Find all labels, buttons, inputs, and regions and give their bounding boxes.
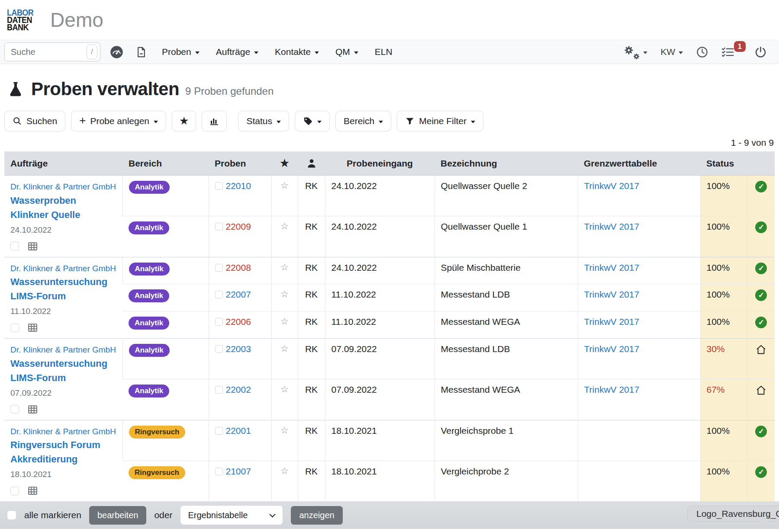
grenzwert-link[interactable]: TrinkwV 2017 [584, 317, 640, 327]
status-icon-cell: ✓ [747, 420, 775, 461]
document-icon[interactable] [135, 46, 147, 58]
bereich-badge: Analytik [129, 344, 170, 357]
download-filename-tooltip: Logo_Ravensburg_Gae [687, 506, 779, 522]
favorite-star-icon[interactable]: ☆ [280, 466, 289, 476]
search-button[interactable]: Suchen [4, 111, 65, 131]
favorite-star-icon[interactable]: ☆ [280, 316, 289, 326]
status-ok-icon: ✓ [755, 181, 767, 192]
page-title: Proben verwalten [31, 79, 179, 99]
settings-menu[interactable] [624, 45, 647, 59]
order-title-link[interactable]: Wasserproben [10, 193, 116, 208]
favorite-star-icon[interactable]: ☆ [280, 425, 289, 435]
bereich-badge: Analytik [129, 181, 170, 194]
grenzwert-link[interactable]: TrinkwV 2017 [584, 221, 640, 231]
order-title-link[interactable]: LIMS-Forum [10, 371, 116, 385]
sample-link[interactable]: 22007 [226, 289, 251, 300]
sample-checkbox[interactable] [215, 291, 223, 298]
order-title-link[interactable]: Wasseruntersuchung [10, 275, 116, 289]
order-title-link[interactable]: Wasseruntersuchung [10, 356, 116, 371]
show-button[interactable]: anzeigen [291, 506, 342, 525]
col-probeneingang: Probeneingang [325, 151, 435, 176]
sample-link[interactable]: 22008 [226, 263, 251, 273]
grenzwert-link[interactable]: TrinkwV 2017 [584, 263, 640, 272]
sample-checkbox[interactable] [215, 386, 223, 394]
dashboard-icon[interactable] [110, 45, 123, 59]
tags-button[interactable] [295, 111, 330, 131]
sample-link[interactable]: 22003 [226, 344, 251, 354]
grenzwert-link[interactable]: TrinkwV 2017 [584, 344, 640, 354]
sample-link[interactable]: 22006 [226, 317, 251, 327]
order-customer-link[interactable]: Dr. Klinkner & Partner GmbH [10, 263, 116, 275]
order-title-link[interactable]: Klinkner Quelle [10, 208, 116, 222]
menu-eln[interactable]: ELN [375, 47, 393, 57]
create-sample-button[interactable]: + Probe anlegen [71, 111, 166, 131]
status-ok-icon: ✓ [755, 221, 767, 233]
grenzwert-link[interactable]: TrinkwV 2017 [584, 289, 640, 299]
grenzwert-link[interactable]: TrinkwV 2017 [584, 181, 640, 191]
favorites-button[interactable]: ★ [172, 111, 196, 131]
sample-link[interactable]: 22009 [226, 221, 251, 232]
history-clock-icon[interactable] [696, 46, 708, 58]
status-filter-button[interactable]: Status [238, 111, 289, 131]
tasks-checklist-icon[interactable]: 1 [721, 46, 734, 58]
sample-checkbox[interactable] [215, 264, 223, 272]
sample-link[interactable]: 22010 [226, 181, 251, 191]
user-menu[interactable]: KW [660, 47, 683, 57]
order-customer-link[interactable]: Dr. Klinkner & Partner GmbH [10, 181, 116, 193]
favorite-star-icon[interactable]: ☆ [280, 343, 289, 353]
favorite-star-icon[interactable]: ☆ [280, 384, 289, 394]
search-input[interactable] [4, 42, 100, 61]
labordatenbank-logo[interactable]: LABOR DATEN BANK [7, 9, 33, 31]
menu-auftraege[interactable]: Aufträge [216, 47, 258, 57]
order-customer-link[interactable]: Dr. Klinkner & Partner GmbH [10, 344, 116, 356]
menu-kontakte[interactable]: Kontakte [275, 47, 319, 57]
sample-link[interactable]: 22001 [226, 426, 251, 436]
sample-link[interactable]: 22002 [226, 385, 251, 395]
chevron-down-icon [317, 121, 322, 123]
logout-power-icon[interactable] [754, 46, 767, 58]
favorite-star-icon[interactable]: ☆ [280, 180, 289, 190]
bereich-filter-button[interactable]: Bereich [335, 111, 391, 131]
favorite-star-icon[interactable]: ☆ [280, 262, 289, 272]
order-checkbox[interactable] [10, 487, 19, 495]
sample-checkbox[interactable] [215, 468, 223, 475]
order-customer-link[interactable]: Dr. Klinkner & Partner GmbH [10, 426, 116, 438]
sample-checkbox[interactable] [215, 182, 223, 190]
sample-checkbox[interactable] [215, 318, 223, 326]
order-checkbox[interactable] [10, 324, 19, 332]
order-checkbox[interactable] [10, 405, 19, 413]
chart-button[interactable] [202, 111, 227, 131]
status-percent: 100% [700, 461, 747, 501]
bereich-badge: Ringversuch [129, 466, 185, 479]
bar-chart-icon [209, 116, 219, 126]
sample-checkbox[interactable] [215, 223, 223, 231]
grenzwert-cell: TrinkwV 2017 [578, 284, 700, 311]
grenzwert-link[interactable]: TrinkwV 2017 [584, 385, 640, 394]
search-wrap: / [4, 42, 100, 61]
results-table-icon[interactable] [27, 241, 39, 252]
col-user [298, 151, 325, 176]
order-title-link[interactable]: Akkreditierung [10, 452, 116, 466]
results-table-icon[interactable] [27, 404, 39, 415]
favorite-star-icon[interactable]: ☆ [280, 289, 289, 299]
order-title-link[interactable]: LIMS-Forum [10, 289, 116, 303]
menu-qm[interactable]: QM [335, 47, 358, 57]
bereich-cell: Ringversuch [122, 420, 209, 461]
eingang-cell: 07.09.2022 [325, 379, 435, 420]
favorite-star-icon[interactable]: ☆ [280, 221, 289, 231]
sample-link[interactable]: 21007 [226, 466, 251, 477]
plus-icon: + [79, 115, 86, 126]
results-table-icon[interactable] [27, 485, 39, 496]
results-table-icon[interactable] [27, 322, 39, 333]
order-checkbox[interactable] [10, 242, 19, 250]
select-all-checkbox[interactable] [7, 510, 16, 520]
my-filters-button[interactable]: Meine Filter [397, 111, 483, 131]
eingang-cell: 11.10.2022 [325, 311, 435, 339]
sample-checkbox[interactable] [215, 345, 223, 353]
order-title-link[interactable]: Ringversuch Forum [10, 438, 116, 452]
sample-checkbox[interactable] [215, 427, 223, 435]
bereich-cell: Ringversuch [122, 461, 209, 501]
menu-proben[interactable]: Proben [162, 47, 200, 57]
result-table-select[interactable]: Ergebnistabelle [180, 505, 283, 525]
edit-button[interactable]: bearbeiten [89, 506, 147, 525]
